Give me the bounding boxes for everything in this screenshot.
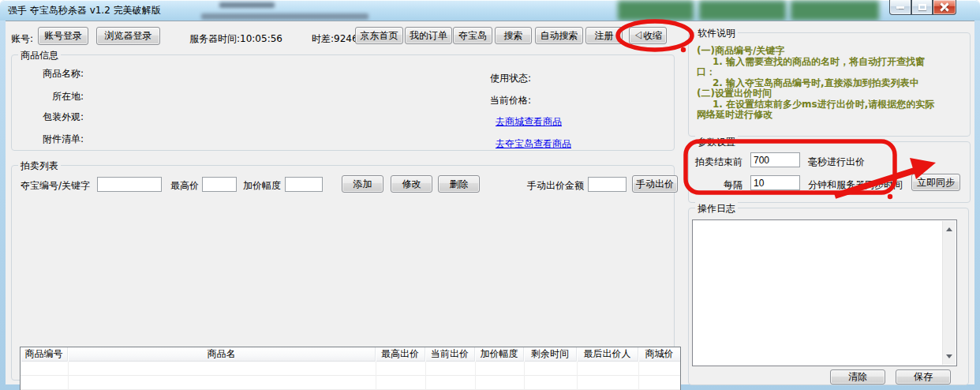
software-notes-group: 软件说明 (一)商品编号/关键字 1. 输入需要查找的商品的名时，将自动打开查找… xyxy=(688,32,971,137)
sync-interval-suffix: 分钟和服务器同步时间 xyxy=(808,178,903,192)
log-textarea[interactable] xyxy=(692,219,957,366)
background-blur-text xyxy=(219,2,275,8)
account-label: 账号: xyxy=(11,32,33,46)
minimize-button[interactable] xyxy=(889,0,911,15)
auction-table-body xyxy=(21,362,680,390)
manual-bid-amount-input[interactable] xyxy=(588,177,627,192)
increment-input[interactable] xyxy=(285,177,323,192)
jd-home-button[interactable]: 京东首页 xyxy=(355,27,403,44)
collapse-button[interactable]: ◁收缩 xyxy=(629,27,667,44)
auto-search-button[interactable]: 自动搜索 xyxy=(535,27,583,44)
my-orders-button[interactable]: 我的订单 xyxy=(405,27,452,44)
bid-before-input[interactable] xyxy=(750,152,800,167)
software-notes-text: (一)商品编号/关键字 1. 输入需要查找的商品的名时，将自动打开查找窗口： 2… xyxy=(697,46,943,121)
minimize-icon xyxy=(896,6,904,9)
maximize-icon xyxy=(918,4,926,10)
accessories-label: 附件清单: xyxy=(21,133,84,146)
clear-log-button[interactable]: 清除 xyxy=(830,369,885,384)
auction-list-group-label: 拍卖列表 xyxy=(18,159,61,173)
background-blur-text xyxy=(201,13,368,20)
bid-before-suffix: 毫秒进行出价 xyxy=(808,156,865,169)
column-header[interactable]: 商品名 xyxy=(68,347,376,362)
location-label: 所在地: xyxy=(21,90,84,103)
bid-before-label: 拍卖结束前 xyxy=(694,156,742,169)
max-price-label: 最高价 xyxy=(170,179,199,193)
product-info-group: 商品信息 商品名称: 所在地: 包装外观: 附件清单: 使用状态: 当前价格: … xyxy=(11,54,675,151)
maximize-button[interactable] xyxy=(911,0,933,15)
view-in-mall-link[interactable]: 去商城查看商品 xyxy=(496,115,562,129)
auction-list-group: 拍卖列表 夺宝编号/关键字 最高价 加价幅度 添加 修改 删除 手动出价金额 手… xyxy=(11,165,675,381)
column-header[interactable]: 最高出价 xyxy=(376,347,425,362)
manual-bid-amount-label: 手动出价金额 xyxy=(527,179,584,193)
params-group-label: 参数设置 xyxy=(695,136,738,149)
modify-button[interactable]: 修改 xyxy=(391,175,432,193)
current-price-label: 当前价格: xyxy=(490,94,531,107)
increment-label: 加价幅度 xyxy=(243,179,281,193)
background-green-button xyxy=(618,1,694,21)
log-scrollbar[interactable] xyxy=(942,221,956,365)
package-label: 包装外观: xyxy=(21,111,84,124)
client-area: 账号: 账号登录 浏览器登录 服务器时间:10:05:56 时差:9246ms … xyxy=(6,21,974,384)
keyword-label: 夺宝编号/关键字 xyxy=(21,179,90,193)
column-header[interactable]: 加价幅度 xyxy=(475,347,524,362)
product-name-label: 商品名称: xyxy=(21,67,84,81)
app-window: 强手 夺宝岛秒杀器 v1.2 完美破解版 账号: 账号登录 浏览器登录 服务器时… xyxy=(0,0,980,390)
column-header[interactable]: 商城价 xyxy=(638,347,680,362)
keyword-input[interactable] xyxy=(97,177,162,192)
product-info-group-label: 商品信息 xyxy=(18,49,61,62)
column-header[interactable]: 当前出价 xyxy=(425,347,475,362)
duobaodao-button[interactable]: 夺宝岛 xyxy=(453,27,492,44)
usage-status-label: 使用状态: xyxy=(490,72,531,85)
auction-table-header: 商品编号 商品名 最高出价 当前出价 加价幅度 剩余时间 最后出价人 商城价 xyxy=(21,347,680,362)
register-button[interactable]: 注册 xyxy=(585,27,623,44)
scroll-up-icon[interactable] xyxy=(946,227,952,231)
column-header[interactable]: 剩余时间 xyxy=(524,347,577,362)
background-green-button xyxy=(699,1,786,21)
sync-now-button[interactable]: 立即同步 xyxy=(911,174,960,191)
column-header[interactable]: 最后出价人 xyxy=(577,347,638,362)
browser-login-button[interactable]: 浏览器登录 xyxy=(96,27,160,45)
sync-interval-input[interactable] xyxy=(750,175,800,190)
account-login-button[interactable]: 账号登录 xyxy=(38,27,88,45)
delete-button[interactable]: 删除 xyxy=(438,175,480,193)
close-button[interactable] xyxy=(933,0,956,15)
software-notes-group-label: 软件说明 xyxy=(695,27,738,40)
title-bar: 强手 夺宝岛秒杀器 v1.2 完美破解版 xyxy=(0,0,980,21)
params-group: 参数设置 拍卖结束前 毫秒进行出价 每隔 分钟和服务器同步时间 立即同步 xyxy=(688,141,971,203)
sync-interval-label: 每隔 xyxy=(694,178,742,192)
server-time: 服务器时间:10:05:56 xyxy=(189,32,282,46)
search-button[interactable]: 搜索 xyxy=(495,27,532,44)
background-green-button xyxy=(791,1,879,21)
add-button[interactable]: 添加 xyxy=(342,175,383,193)
auction-table: 商品编号 商品名 最高出价 当前出价 加价幅度 剩余时间 最后出价人 商城价 xyxy=(20,347,681,390)
view-in-duobaodao-link[interactable]: 去夺宝岛查看商品 xyxy=(496,137,571,151)
window-title: 强手 夺宝岛秒杀器 v1.2 完美破解版 xyxy=(8,4,161,17)
scroll-down-icon[interactable] xyxy=(946,354,952,358)
log-group-label: 操作日志 xyxy=(695,202,738,216)
save-log-button[interactable]: 保存 xyxy=(896,369,951,384)
column-header[interactable]: 商品编号 xyxy=(21,347,68,362)
log-group: 操作日志 清除 保存 xyxy=(688,208,969,385)
manual-bid-button[interactable]: 手动出价 xyxy=(632,175,678,193)
max-price-input[interactable] xyxy=(202,177,237,192)
